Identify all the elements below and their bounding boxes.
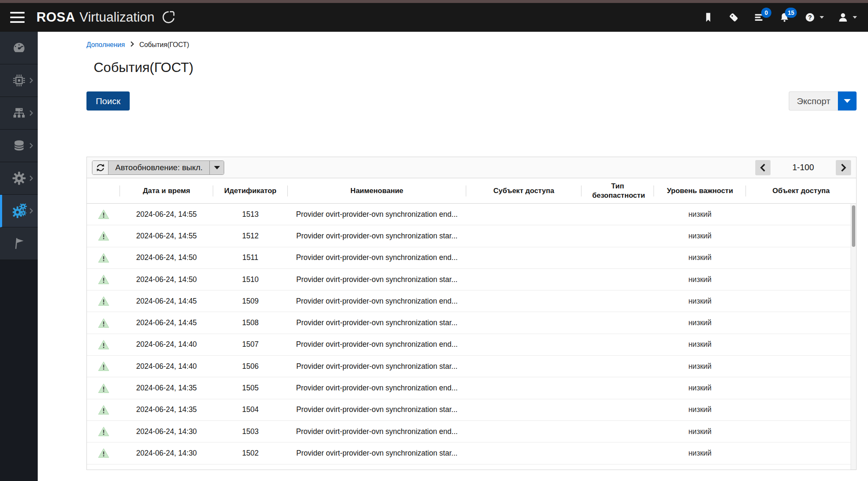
table-header: Дата и времяИдетификаторНаименованиеСубъ…	[87, 178, 856, 204]
autorefresh-dropdown-button[interactable]	[209, 161, 224, 174]
column-header-label: Идетификатор	[224, 186, 276, 195]
sitemap-icon	[12, 106, 26, 120]
table-row[interactable]: 2024-06-24, 14:401506Provider ovirt-prov…	[87, 356, 856, 377]
breadcrumb-current: События(ГОСТ)	[139, 41, 189, 49]
cell-name: Provider ovirt-provider-ovn synchronizat…	[288, 340, 466, 349]
svg-text:?: ?	[808, 14, 812, 21]
cell-name: Provider ovirt-provider-ovn synchronizat…	[288, 318, 466, 327]
cell-id: 1512	[213, 232, 288, 240]
sidebar-item-administration[interactable]	[0, 162, 38, 195]
table-row[interactable]: 2024-06-24, 14:501511Provider ovirt-prov…	[87, 247, 856, 269]
cell-id: 1502	[213, 449, 288, 458]
autorefresh-label[interactable]: Автообновление: выкл.	[108, 161, 209, 174]
warning-icon	[98, 274, 109, 285]
cell-name: Provider ovirt-provider-ovn synchronizat…	[288, 210, 466, 219]
cell-id: 1503	[213, 427, 288, 436]
table-row[interactable]: 2024-06-24, 14:251501Provider ovirt-prov…	[87, 464, 856, 470]
sidebar-item-extensions-active[interactable]	[0, 195, 38, 227]
column-header-5[interactable]: Тип безопастности	[581, 178, 654, 203]
warning-icon	[98, 361, 109, 371]
cell-name: Provider ovirt-provider-ovn synchronizat…	[288, 362, 466, 371]
search-button[interactable]: Поиск	[86, 91, 130, 111]
cell-severity: низкий	[654, 253, 746, 262]
warning-icon	[98, 253, 109, 263]
column-header-label: Объект доступа	[773, 186, 830, 195]
scrollbar-thumb[interactable]	[852, 205, 855, 247]
refresh-button[interactable]	[92, 161, 108, 174]
column-header-label: Уровень важности	[667, 186, 733, 195]
rosa-logo-icon	[161, 10, 176, 25]
breadcrumb: Дополнения События(ГОСТ)	[38, 32, 868, 49]
table-row[interactable]: 2024-06-24, 14:351505Provider ovirt-prov…	[87, 377, 856, 399]
table-row[interactable]: 2024-06-24, 14:451508Provider ovirt-prov…	[87, 312, 856, 334]
export-dropdown-button[interactable]	[838, 91, 857, 111]
hamburger-menu-icon[interactable]	[10, 12, 25, 23]
breadcrumb-link-parent[interactable]: Дополнения	[86, 41, 125, 49]
table-row[interactable]: 2024-06-24, 14:451509Provider ovirt-prov…	[87, 290, 856, 312]
cell-id: 1513	[213, 210, 288, 219]
cell-name: Provider ovirt-provider-ovn synchronizat…	[288, 275, 466, 284]
table-row[interactable]: 2024-06-24, 14:501510Provider ovirt-prov…	[87, 269, 856, 290]
prev-page-button[interactable]	[755, 160, 771, 175]
warning-icon	[98, 296, 109, 306]
table-row[interactable]: 2024-06-24, 14:401507Provider ovirt-prov…	[87, 334, 856, 356]
table-body: 2024-06-24, 14:551513Provider ovirt-prov…	[87, 204, 856, 470]
sidebar-item-network[interactable]	[0, 97, 38, 130]
cell-severity: низкий	[654, 340, 746, 349]
sidebar-item-events[interactable]	[0, 227, 38, 260]
warning-icon	[98, 383, 109, 393]
column-header-3[interactable]: Наименование	[288, 178, 466, 203]
flag-icon	[12, 236, 26, 251]
user-menu[interactable]	[837, 11, 857, 24]
severity-icon-cell	[87, 405, 120, 415]
cell-name: Provider ovirt-provider-ovn synchronizat…	[288, 253, 466, 262]
export-button[interactable]: Экспорт	[789, 91, 838, 111]
severity-icon-cell	[87, 209, 120, 219]
page-title: События(ГОСТ)	[94, 60, 868, 75]
column-header-6[interactable]: Уровень важности	[654, 178, 746, 203]
column-header-4[interactable]: Субъект доступа	[466, 178, 581, 203]
cell-name: Provider ovirt-provider-ovn synchronizat…	[288, 427, 466, 436]
column-header-label: Субъект доступа	[493, 186, 554, 195]
help-icon: ?	[804, 11, 816, 24]
sidebar-item-dashboard[interactable]	[0, 32, 38, 64]
masthead-actions: 0 15 ?	[702, 11, 857, 24]
table-row[interactable]: 2024-06-24, 14:351504Provider ovirt-prov…	[87, 399, 856, 421]
table-row[interactable]: 2024-06-24, 14:551513Provider ovirt-prov…	[87, 204, 856, 225]
warning-icon	[98, 426, 109, 437]
table-row[interactable]: 2024-06-24, 14:301502Provider ovirt-prov…	[87, 442, 856, 464]
cell-id: 1506	[213, 362, 288, 371]
severity-icon-cell	[87, 231, 120, 241]
sidebar-item-storage[interactable]	[0, 130, 38, 162]
vertical-scrollbar[interactable]	[851, 204, 856, 470]
severity-icon-cell	[87, 426, 120, 437]
notifications-bell-icon[interactable]: 15	[778, 11, 791, 24]
tasks-icon[interactable]: 0	[753, 11, 765, 24]
notifications-badge: 15	[785, 8, 797, 18]
events-panel: Автообновление: выкл. 1-100 Дата и время…	[86, 157, 857, 470]
table-row[interactable]: 2024-06-24, 14:551512Provider ovirt-prov…	[87, 225, 856, 247]
warning-icon	[98, 231, 109, 241]
cell-datetime: 2024-06-24, 14:30	[120, 449, 213, 458]
cell-id: 1505	[213, 384, 288, 393]
column-header-2[interactable]: Идетификатор	[213, 178, 288, 203]
cell-id: 1510	[213, 275, 288, 284]
masthead: ROSA Virtualization 0 15 ?	[0, 3, 868, 32]
next-page-button[interactable]	[836, 160, 851, 175]
help-menu[interactable]: ?	[804, 11, 824, 24]
tasks-badge: 0	[761, 8, 771, 18]
column-header-1[interactable]: Дата и время	[120, 178, 213, 203]
cell-datetime: 2024-06-24, 14:55	[120, 210, 213, 219]
sidebar-item-compute[interactable]	[0, 64, 38, 97]
brand: ROSA Virtualization	[36, 10, 176, 25]
bookmark-icon[interactable]	[702, 11, 715, 24]
caret-down-icon	[844, 99, 851, 103]
chevron-right-icon	[28, 110, 34, 116]
column-header-7[interactable]: Объект доступа	[746, 178, 856, 203]
warning-icon	[98, 318, 109, 328]
table-row[interactable]: 2024-06-24, 14:301503Provider ovirt-prov…	[87, 421, 856, 442]
gear-icon	[12, 171, 26, 185]
refresh-icon	[95, 163, 106, 173]
cell-datetime: 2024-06-24, 14:55	[120, 232, 213, 240]
tag-icon[interactable]	[727, 11, 740, 24]
